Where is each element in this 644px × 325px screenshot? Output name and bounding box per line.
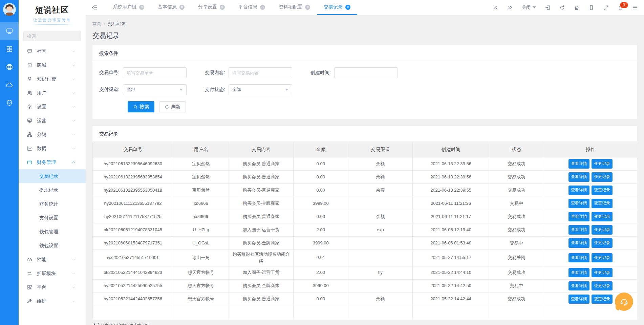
change-record-button[interactable]: 变更记录 [592,199,613,208]
view-detail-button[interactable]: 查看详情 [568,238,589,247]
refresh-icon [559,5,565,10]
tab-share-settings[interactable]: 分享设置✕ [191,0,232,15]
close-icon[interactable]: ✕ [345,5,350,10]
view-detail-button[interactable]: 查看详情 [568,253,589,262]
search-button[interactable]: 搜索 [128,101,154,112]
cell-amount: 0.00 [294,210,348,223]
col-amount: 金额 [294,142,348,157]
created-time-input[interactable] [334,67,398,78]
rail-item-globe[interactable] [0,58,19,76]
avatar[interactable] [3,3,16,16]
sidebar-item-distribution[interactable]: 分销 [19,128,86,142]
view-detail-button[interactable]: 查看详情 [568,159,589,168]
change-record-button[interactable]: 变更记录 [592,281,613,290]
org-icon [27,132,33,137]
app-grid-icon [6,45,13,53]
scroll-tabs-left-button[interactable] [493,5,498,10]
open-window-button[interactable] [545,5,551,10]
cell-status: 交易中 [489,197,544,210]
sidebar-item-data[interactable]: 数据 [19,142,86,155]
sidebar-search[interactable] [23,31,81,41]
change-record-button[interactable]: 变更记录 [592,186,613,195]
change-record-button[interactable]: 变更记录 [592,225,613,234]
menu-button[interactable] [632,5,638,10]
sidebar-item-operation[interactable]: 运营 [19,114,86,128]
view-detail-button[interactable]: 查看详情 [568,268,589,277]
mobile-preview-button[interactable] [588,5,594,10]
change-record-button[interactable]: 变更记录 [592,212,613,221]
close-icon[interactable]: ✕ [260,5,265,10]
brand-tagline: 让运营变得更简单 [19,18,86,23]
tab-system-user-group[interactable]: 系统用户组✕ [106,0,151,15]
view-detail-button[interactable]: 查看详情 [568,295,589,304]
sidebar-item-community[interactable]: 社区 [19,44,86,58]
cell-username: U_OGsL [173,237,229,250]
sidebar-item-finance[interactable]: 财务管理 [19,155,86,169]
pay-channel-select[interactable]: 全部 [123,84,187,95]
tab-basic-info[interactable]: 基本信息✕ [151,0,191,15]
cell-username: 想天官方帐号 [173,292,229,306]
breadcrumb-home[interactable]: 首页 [92,21,101,26]
sidebar-item-settings[interactable]: 设置 [19,100,86,114]
cell-amount: 0.00 [294,292,348,306]
order-no-input[interactable] [123,67,187,78]
fullscreen-button[interactable] [603,5,609,10]
refresh-button[interactable] [559,5,565,10]
sidebar-search-input[interactable] [27,34,86,39]
view-detail-button[interactable]: 查看详情 [568,212,589,221]
view-detail-button[interactable]: 查看详情 [568,199,589,208]
change-record-button[interactable]: 变更记录 [592,238,613,247]
rail-item-cloud[interactable] [0,76,19,94]
sidebar-item-modules[interactable]: 扩展模块 [19,266,86,280]
close-icon[interactable]: ✕ [139,5,144,10]
sidebar-subitem-transactions[interactable]: 交易记录 [19,169,86,183]
change-record-button[interactable]: 变更记录 [592,268,613,277]
pay-status-select[interactable]: 全部 [229,84,292,95]
cell-channel [348,279,413,292]
footer-note: 本产品由想天软件提供技术支持 [92,323,637,325]
view-detail-button[interactable]: 查看详情 [568,225,589,234]
change-record-button[interactable]: 变更记录 [592,172,613,181]
refresh-button[interactable]: 刷新 [159,101,186,112]
sidebar-item-maintenance[interactable]: 维护 [19,294,86,308]
sidebar-item-platform[interactable]: 平台 [19,280,86,294]
sidebar-subitem-wallet-settings[interactable]: 钱包设置 [19,239,86,253]
home-button[interactable] [574,5,580,10]
sidebar-subitem-withdrawals[interactable]: 提现记录 [19,183,86,197]
sidebar-item-knowledge[interactable]: 知识付费 [19,72,86,86]
customer-service-button[interactable] [615,292,633,311]
cell-content: 购买会员-普通商家 [229,210,293,223]
close-icon[interactable]: ✕ [220,5,225,10]
sidebar-item-users[interactable]: 用户 [19,86,86,100]
close-tabs-dropdown[interactable]: 关闭 [522,4,536,10]
cell-content: 购买会员-金牌商家 [229,237,293,250]
tab-profile-config[interactable]: 资料项配置✕ [272,0,317,15]
view-detail-button[interactable]: 查看详情 [568,186,589,195]
tab-transactions[interactable]: 交易记录✕ [317,0,357,15]
cell-status: 交易成功 [489,223,544,237]
table-row: wx2021052714551710001 冰山一角 购买短说社区活动报名功能介… [93,250,637,266]
close-icon[interactable]: ✕ [305,5,310,10]
tab-platform-info[interactable]: 平台信息✕ [232,0,272,15]
cell-content: 购买会员-普通商家 [229,171,293,184]
cell-content: 购买会员-普通商家 [229,292,293,306]
cloud-icon [6,81,13,89]
sidebar-subitem-finance-stats[interactable]: 财务统计 [19,197,86,211]
close-icon[interactable]: ✕ [179,5,185,10]
view-detail-button[interactable]: 查看详情 [568,281,589,290]
collapse-sidebar-icon[interactable] [92,4,98,10]
rail-item-apps[interactable] [0,40,19,58]
rail-item-monitor[interactable] [0,22,19,40]
change-record-button[interactable]: 变更记录 [592,295,613,304]
sidebar-subitem-wallet-manage[interactable]: 钱包管理 [19,225,86,239]
content-input[interactable] [229,67,292,78]
sidebar-subitem-payment-settings[interactable]: 支付设置 [19,211,86,225]
change-record-button[interactable]: 变更记录 [592,253,613,262]
notifications-button[interactable]: 3 [618,5,623,10]
rail-item-shield[interactable] [0,94,19,112]
view-detail-button[interactable]: 查看详情 [568,172,589,181]
change-record-button[interactable]: 变更记录 [592,159,613,168]
sidebar-item-performance[interactable]: 性能 [19,253,86,266]
sidebar-item-mall[interactable]: 商城 [19,58,86,72]
scroll-tabs-right-button[interactable] [507,5,513,10]
